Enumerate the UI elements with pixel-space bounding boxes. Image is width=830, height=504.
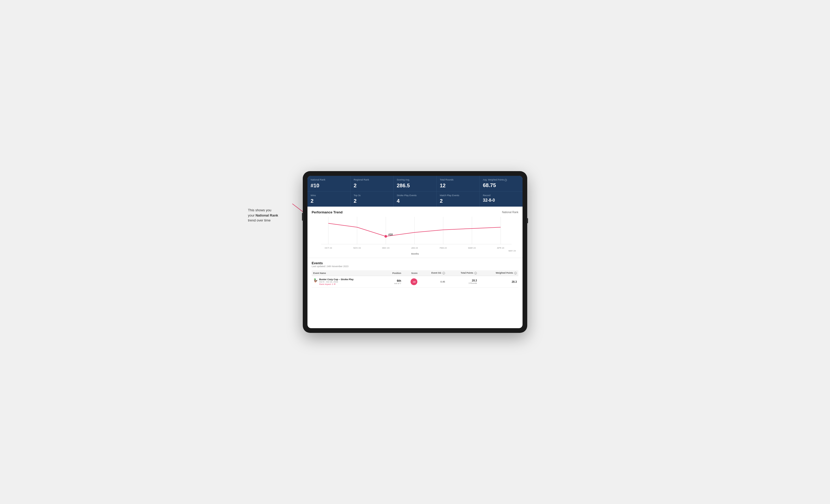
event-weighted-points-cell: 28.3 (478, 276, 518, 288)
svg-point-9 (384, 235, 387, 238)
annotation-text: This shows you your National Rank trend … (248, 208, 294, 223)
content-area[interactable]: National Rank #10 Regional Rank 2 Scorin… (308, 176, 522, 328)
stat-scoring-avg: Scoring Avg. 286.5 (393, 176, 437, 191)
stat-avg-weighted: Avg. Weighted Points i 68.75 (480, 176, 522, 191)
svg-text:NOV 23: NOV 23 (353, 247, 361, 249)
stat-stroke-play: Stroke Play Events 4 (393, 192, 437, 207)
svg-text:JAN 24: JAN 24 (411, 247, 418, 249)
stat-national-rank: National Rank #10 (308, 176, 350, 191)
performance-section: Performance Trend National Rank (308, 207, 522, 258)
stat-wins: Wins 2 (308, 192, 350, 207)
event-date: Oct 9 - Oct 10, 2023 (319, 281, 354, 283)
svg-text:DEC 23: DEC 23 (382, 247, 390, 249)
stats-grid-row1: National Rank #10 Regional Rank 2 Scorin… (308, 176, 522, 191)
col-event-sg: Event SG i (419, 270, 447, 276)
events-section: Events Last updated: 24th November 2023 … (308, 258, 522, 291)
col-weighted-points: Weighted Points i (478, 270, 518, 276)
performance-chart: #10 OCT 23 NOV 23 DEC 23 JAN 24 FEB 24 M… (312, 217, 518, 253)
stat-total-rounds: Total Rounds 12 (437, 176, 479, 191)
chart-svg: #10 OCT 23 NOV 23 DEC 23 JAN 24 FEB 24 M… (312, 217, 518, 251)
chevron-down-icon: ▼ (334, 283, 336, 285)
col-event-name: Event Name (312, 270, 383, 276)
events-last-updated: Last updated: 24th November 2023 (312, 265, 518, 268)
svg-text:OCT 23: OCT 23 (325, 247, 332, 249)
tablet-frame: National Rank #10 Regional Rank 2 Scorin… (303, 171, 527, 333)
svg-text:APR 24: APR 24 (497, 247, 504, 249)
event-sg-cell: 0.45 (419, 276, 447, 288)
stat-record: Record 32-8-0 (480, 192, 522, 207)
event-position-cell: 6th out of 7 (383, 276, 403, 288)
perf-header: Performance Trend National Rank (312, 210, 518, 214)
side-button-right (527, 218, 528, 223)
col-score: Score (403, 270, 419, 276)
table-row: 🦆 Buster Cozy Cup – Stroke Play Oct 9 - … (312, 276, 518, 288)
stat-match-play: Match Play Events 2 (437, 192, 479, 207)
svg-text:#10: #10 (388, 233, 393, 236)
perf-chart-label: National Rank (502, 211, 518, 214)
svg-text:MAR 24: MAR 24 (468, 247, 476, 249)
svg-text:FEB 24: FEB 24 (440, 247, 447, 249)
event-total-points-cell: 28.3 3 Rounds (447, 276, 478, 288)
info-icon-3: i (514, 272, 517, 274)
table-header-row: Event Name Position Score Event SG i Tot… (312, 270, 518, 276)
col-total-points: Total Points i (447, 270, 478, 276)
events-table: Event Name Position Score Event SG i Tot… (312, 270, 518, 288)
stats-grid-row2: Wins 2 Top 3s 2 Stroke Play Events 4 Mat… (308, 191, 522, 207)
info-icon-2: i (474, 272, 477, 274)
event-score-cell: -22 (403, 276, 419, 288)
rank-impact: Rank Impact: 3 ▼ (319, 283, 354, 285)
perf-title: Performance Trend (312, 210, 343, 214)
events-title: Events (312, 261, 518, 265)
stat-regional-rank: Regional Rank 2 (351, 176, 393, 191)
col-position: Position (383, 270, 403, 276)
side-button (302, 213, 303, 221)
event-icon: 🦆 (313, 278, 318, 282)
tablet-screen: National Rank #10 Regional Rank 2 Scorin… (308, 176, 522, 328)
event-name: Buster Cozy Cup – Stroke Play (319, 278, 354, 281)
score-badge: -22 (411, 278, 417, 285)
stat-top3s: Top 3s 2 (351, 192, 393, 207)
event-name-cell: 🦆 Buster Cozy Cup – Stroke Play Oct 9 - … (312, 276, 383, 288)
info-icon: i (442, 272, 445, 274)
